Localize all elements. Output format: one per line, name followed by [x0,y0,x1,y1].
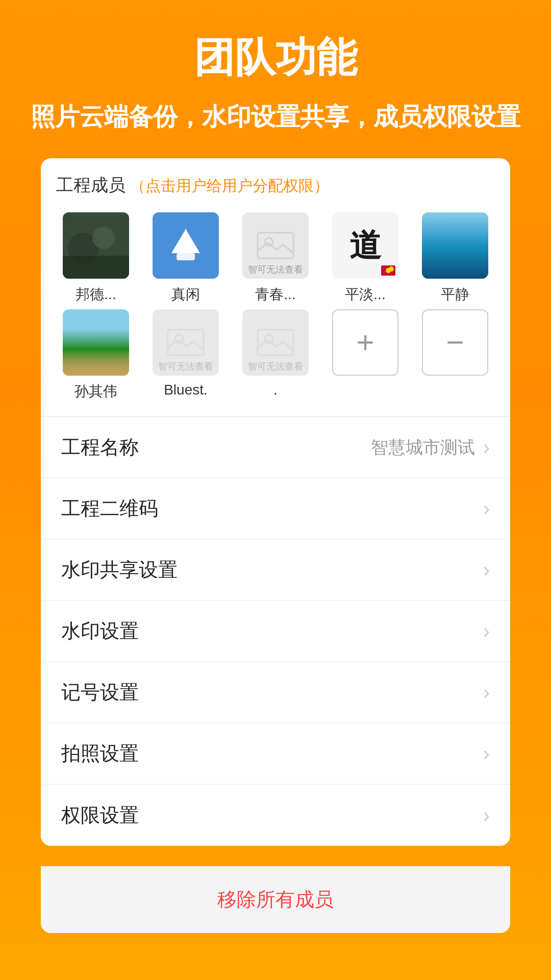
members-header: 工程成员 （点击用户给用户分配权限） [56,174,495,197]
menu-right-project-name: 智慧城市测试 › [371,436,490,459]
member-name-pingjing: 平静 [441,285,469,304]
members-section: 工程成员 （点击用户给用户分配权限） 邦德... [41,158,510,417]
member-avatar-sunqiwei [63,309,129,376]
remove-all-button[interactable]: 移除所有成员 [217,887,334,913]
menu-item-mark-settings[interactable]: 记号设置 › [41,662,510,723]
member-avatar-zhengxian [153,212,219,279]
menu-label-project-name: 工程名称 [61,434,139,460]
menu-item-project-qrcode[interactable]: 工程二维码 › [41,478,510,540]
menu-right-mark-settings: › [483,681,490,704]
page-subtitle: 照片云端备份，水印设置共享，成员权限设置 [10,101,541,133]
menu-value-project-name: 智慧城市测试 [371,436,475,459]
member-name-sunqiwei: 孙其伟 [74,382,117,401]
chevron-icon-watermark-settings: › [483,620,490,643]
member-qingchun[interactable]: 智可无法查看 青春... [236,212,315,304]
members-row-2: 孙其伟 智可无法查看 Bluest. [56,309,495,401]
menu-label-permission-settings: 权限设置 [61,802,139,828]
chevron-icon-photo-settings: › [483,742,490,765]
menu-item-photo-settings[interactable]: 拍照设置 › [41,723,510,785]
placeholder-icon-3 [255,322,296,363]
member-name-pingdan: 平淡... [345,285,385,304]
subtract-icon: − [446,327,464,358]
main-card: 工程成员 （点击用户给用户分配权限） 邦德... [41,158,510,846]
member-avatar-bluest: 智可无法查看 [153,309,219,376]
boat-icon [165,225,206,266]
member-sunqiwei[interactable]: 孙其伟 [56,309,136,401]
member-zhengxian[interactable]: 真闲 [146,212,226,304]
svg-rect-7 [258,233,293,258]
member-avatar-bangde [63,212,129,279]
chevron-icon-mark-settings: › [483,681,490,704]
member-bangde[interactable]: 邦德... [56,212,136,304]
member-name-zhengxian: 真闲 [171,285,200,304]
svg-point-2 [92,227,115,249]
menu-label-project-qrcode: 工程二维码 [61,496,158,522]
menu-right-watermark-settings: › [483,620,490,643]
menu-item-watermark-settings[interactable]: 水印设置 › [41,601,510,662]
member-avatar-dot: 智可无法查看 [242,309,309,376]
menu-right-project-qrcode: › [483,497,490,520]
remove-all-section: 移除所有成员 [41,866,510,933]
menu-right-watermark-share: › [483,558,490,581]
page-title: 团队功能 [194,31,357,86]
svg-rect-9 [168,330,204,355]
member-bluest[interactable]: 智可无法查看 Bluest. [146,309,226,401]
add-icon: + [356,327,374,358]
member-remove-action[interactable]: − [415,309,495,401]
menu-right-permission-settings: › [483,804,490,827]
menu-label-watermark-share: 水印共享设置 [61,557,178,583]
members-header-hint: （点击用户给用户分配权限） [130,177,329,194]
chevron-icon-permission-settings: › [483,804,490,827]
members-header-label: 工程成员 [56,175,126,194]
member-dot[interactable]: 智可无法查看 . [236,309,315,401]
menu-item-watermark-share[interactable]: 水印共享设置 › [41,540,510,601]
chevron-icon-watermark-share: › [483,558,490,581]
svg-rect-5 [177,253,195,260]
svg-rect-11 [258,330,293,355]
member-avatar-pingjing [422,212,488,279]
menu-label-mark-settings: 记号设置 [61,679,139,705]
member-avatar-remove: − [422,309,488,376]
menu-item-permission-settings[interactable]: 权限设置 › [41,785,510,846]
placeholder-icon-1 [255,225,296,266]
member-name-dot: . [273,382,278,398]
placeholder-icon-2 [165,322,206,363]
chevron-icon-project-qrcode: › [483,497,490,520]
member-avatar-pingdan: 道 [332,212,398,279]
member-avatar-qingchun: 智可无法查看 [242,212,309,279]
member-pingdan[interactable]: 道 平淡... [325,212,405,304]
member-name-qingchun: 青春... [255,285,295,304]
menu-item-project-name[interactable]: 工程名称 智慧城市测试 › [41,417,510,478]
member-name-bluest: Bluest. [164,382,208,398]
menu-label-photo-settings: 拍照设置 [61,741,139,767]
member-avatar-add: + [332,309,398,376]
chevron-icon-project-name: › [483,436,490,459]
menu-right-photo-settings: › [483,742,490,765]
member-pingjing[interactable]: 平静 [415,212,495,304]
member-add-action[interactable]: + [325,309,405,401]
svg-rect-3 [63,256,129,279]
member-name-bangde: 邦德... [76,285,116,304]
members-row-1: 邦德... 真闲 [56,212,495,304]
menu-label-watermark-settings: 水印设置 [61,618,139,644]
menu-list: 工程名称 智慧城市测试 › 工程二维码 › 水印共享设置 › 水印设置 › [41,417,510,846]
